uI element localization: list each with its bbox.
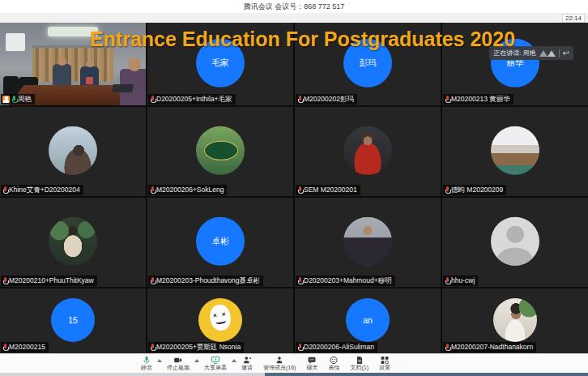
mute-button[interactable]: 静音 — [141, 356, 152, 371]
participant-name-label: M20200202彭玛 — [296, 94, 357, 105]
document-icon — [354, 356, 365, 365]
person-silhouette-icon — [491, 217, 539, 266]
participant-name-label: SEM M20200201 — [296, 185, 360, 195]
share-options-chevron[interactable] — [232, 359, 236, 362]
scene-person — [80, 66, 99, 85]
window-titlebar: 腾讯会议 会议号：868 772 517 — [0, 0, 588, 13]
volume-icon — [539, 50, 548, 57]
participant-tile[interactable]: SEM M20200201 — [295, 107, 441, 196]
avatar-initials: 15 — [51, 298, 95, 342]
emoji-icon — [328, 356, 339, 365]
participant-grid: Entrance Education For Postgraduates 202… — [0, 23, 588, 353]
participant-name-label: D20200206-AliSuliman — [296, 342, 377, 352]
avatar-photo — [49, 126, 97, 175]
participant-name-label: D20200205+Inthila+毛家 — [148, 94, 236, 105]
mic-options-chevron[interactable] — [157, 359, 162, 362]
avatar-photo — [343, 217, 392, 266]
mic-muted-icon — [150, 96, 155, 103]
participant-tile[interactable]: 卓彬 M20200203-Phoudthavong聂卓彬 — [147, 198, 293, 287]
video-feed — [0, 23, 146, 105]
participant-tile[interactable]: 德昀 M20200209 — [442, 107, 588, 196]
participant-tile[interactable]: M20200207-Nadthanakorn — [442, 288, 588, 353]
participant-name-label: M20200205+贾斯廷 Nsonia — [148, 342, 244, 352]
mic-muted-icon — [2, 277, 7, 284]
avatar-initials: 毛家 — [196, 39, 245, 88]
collapse-arrow-icon[interactable]: ↩ — [563, 49, 569, 58]
mic-icon — [141, 356, 152, 365]
participant-tile[interactable]: D20200203+Mahmoud+穆明 — [295, 198, 441, 287]
scene-light — [48, 27, 97, 36]
meeting-window: 腾讯会议 会议号：868 772 517 22:14 Entrance Educ… — [0, 0, 588, 376]
host-icon — [2, 96, 10, 103]
participant-name-label: Khine艾青+D20200204 — [1, 185, 83, 195]
participant-tile[interactable]: 彭玛 M20200202彭玛 — [295, 23, 441, 105]
participant-tile[interactable]: 毛家 D20200205+Inthila+毛家 — [147, 23, 293, 105]
participant-tile[interactable]: 15 M20200215 — [0, 288, 146, 353]
avatar-photo — [343, 126, 392, 175]
participant-tile[interactable]: Khine艾青+D20200204 — [0, 107, 146, 196]
helmet-face-icon — [208, 303, 232, 332]
members-icon — [274, 356, 285, 365]
stop-video-button[interactable]: 停止视频 — [167, 356, 190, 371]
participant-tile-video[interactable]: 周艳 — [0, 23, 146, 105]
settings-icon — [379, 356, 390, 365]
mic-live-icon — [11, 96, 16, 103]
mic-muted-icon — [297, 344, 302, 351]
participant-tile[interactable]: 丽华 M20200213 黄丽华 — [442, 23, 588, 105]
mic-muted-icon — [2, 186, 7, 194]
avatar-photo — [493, 298, 537, 342]
participant-tile[interactable]: M20200205+贾斯廷 Nsonia — [147, 288, 293, 353]
chat-button[interactable]: 聊天 — [306, 356, 317, 371]
clock: 22:14 — [562, 14, 585, 23]
mic-muted-icon — [150, 277, 155, 284]
scene-laptop — [112, 84, 134, 92]
documents-button[interactable]: 文档(1) — [350, 356, 369, 371]
os-taskbar — [0, 373, 588, 376]
screen-share-icon — [210, 356, 221, 365]
participant-name-label: M20200207-Nadthanakorn — [443, 342, 536, 352]
avatar-photo — [49, 217, 97, 266]
mic-muted-icon — [445, 277, 450, 284]
mic-muted-icon — [297, 186, 302, 194]
invite-button[interactable]: 邀请 — [241, 356, 253, 371]
settings-button[interactable]: 设置 — [379, 356, 390, 371]
speaking-toast: 正在讲话: 周艳 ↩ — [489, 46, 573, 60]
mic-muted-icon — [150, 186, 155, 194]
avatar-initials: 彭玛 — [343, 39, 392, 88]
manage-members-button[interactable]: 管理成员(16) — [263, 356, 296, 371]
participant-name-label: 德昀 M20200209 — [443, 185, 506, 195]
participant-tile[interactable]: hhu-cwj — [442, 198, 588, 287]
participant-name-label: M20200210+PhuuThitKyaw — [1, 276, 97, 286]
mic-muted-icon — [297, 96, 302, 103]
participant-tile[interactable]: M20200206+SokLeng — [147, 107, 293, 196]
avatar-initials: 卓彬 — [196, 217, 245, 266]
chat-icon — [306, 356, 317, 365]
mic-muted-icon — [445, 96, 450, 103]
participant-name-label: M20200206+SokLeng — [148, 185, 227, 195]
avatar-sign — [204, 141, 238, 160]
scene-curtain — [32, 45, 114, 83]
participant-tile[interactable]: an D20200206-AliSuliman — [295, 288, 441, 353]
emoji-button[interactable]: 表情 — [328, 356, 339, 371]
mic-muted-icon — [150, 344, 155, 351]
participant-name-label: M20200215 — [1, 342, 49, 352]
mic-muted-icon — [2, 344, 7, 351]
mic-muted-icon — [445, 344, 450, 351]
participant-name-label: D20200203+Mahmoud+穆明 — [296, 276, 395, 286]
speaking-toast-text: 正在讲话: 周艳 — [493, 49, 535, 58]
scene-ac — [6, 33, 24, 50]
video-options-chevron[interactable] — [194, 359, 199, 362]
mic-muted-icon — [297, 277, 302, 284]
share-screen-button[interactable]: 共享屏幕 — [204, 356, 227, 371]
camera-icon — [173, 356, 184, 365]
invite-person-icon — [241, 356, 253, 365]
avatar-photo — [491, 126, 539, 175]
volume-icon — [548, 50, 556, 57]
participant-name-label: M20200203-Phoudthavong聂卓彬 — [148, 276, 263, 286]
participant-tile[interactable]: M20200210+PhuuThitKyaw — [0, 198, 146, 287]
participant-name-label: 周艳 — [1, 94, 35, 105]
meeting-toolbar: 静音 停止视频 共享屏幕 邀请 管理成员(16) 聊天 表情 — [0, 353, 588, 373]
avatar-photo — [196, 126, 245, 175]
meeting-title: 腾讯会议 会议号：868 772 517 — [244, 2, 345, 12]
avatar-default-silhouette — [491, 217, 539, 266]
